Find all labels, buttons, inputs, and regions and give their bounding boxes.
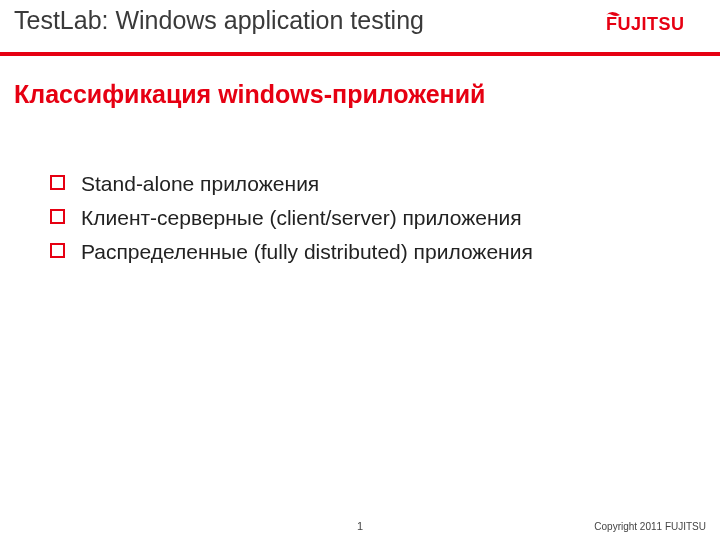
list-item: Распределенные (fully distributed) прило…	[50, 237, 680, 267]
slide-content: Stand-alone приложения Клиент-серверные …	[0, 109, 720, 267]
bullet-text: Клиент-серверные (client/server) приложе…	[81, 203, 522, 233]
bullet-text: Распределенные (fully distributed) прило…	[81, 237, 533, 267]
square-bullet-icon	[50, 175, 65, 190]
bullet-text: Stand-alone приложения	[81, 169, 319, 199]
logo-text: FUJITSU	[606, 14, 685, 34]
header-title: TestLab: Windows application testing	[14, 6, 706, 35]
square-bullet-icon	[50, 243, 65, 258]
list-item: Stand-alone приложения	[50, 169, 680, 199]
slide-title: Классификация windows-приложений	[0, 56, 720, 109]
list-item: Клиент-серверные (client/server) приложе…	[50, 203, 680, 233]
fujitsu-logo: FUJITSU	[606, 12, 706, 40]
copyright-text: Copyright 2011 FUJITSU	[594, 521, 706, 532]
slide-header: TestLab: Windows application testing FUJ…	[0, 0, 720, 52]
square-bullet-icon	[50, 209, 65, 224]
